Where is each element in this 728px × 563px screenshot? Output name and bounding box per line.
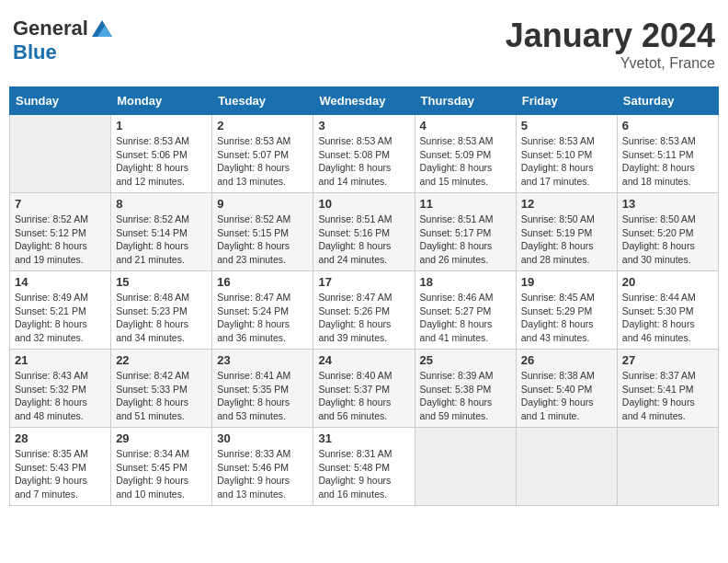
calendar-cell xyxy=(10,115,111,193)
day-info: Sunrise: 8:45 AMSunset: 5:29 PMDaylight:… xyxy=(521,291,612,345)
calendar-cell: 18Sunrise: 8:46 AMSunset: 5:27 PMDayligh… xyxy=(415,271,516,350)
weekday-header-thursday: Thursday xyxy=(415,87,516,115)
week-row-0: 1Sunrise: 8:53 AMSunset: 5:06 PMDaylight… xyxy=(10,115,719,193)
month-title: January 2024 xyxy=(506,17,715,55)
logo-icon xyxy=(90,18,114,39)
day-number: 18 xyxy=(420,275,511,289)
day-number: 10 xyxy=(318,197,409,211)
day-number: 22 xyxy=(116,353,207,367)
day-number: 13 xyxy=(622,197,713,211)
day-info: Sunrise: 8:40 AMSunset: 5:37 PMDaylight:… xyxy=(318,369,409,423)
title-block: January 2024 Yvetot, France xyxy=(506,17,715,72)
calendar-cell: 17Sunrise: 8:47 AMSunset: 5:26 PMDayligh… xyxy=(313,271,415,350)
day-info: Sunrise: 8:46 AMSunset: 5:27 PMDaylight:… xyxy=(420,291,511,345)
day-info: Sunrise: 8:41 AMSunset: 5:35 PMDaylight:… xyxy=(217,369,308,423)
calendar-cell: 22Sunrise: 8:42 AMSunset: 5:33 PMDayligh… xyxy=(111,350,212,428)
weekday-header-monday: Monday xyxy=(111,87,212,115)
day-info: Sunrise: 8:44 AMSunset: 5:30 PMDaylight:… xyxy=(622,291,713,345)
day-number: 24 xyxy=(318,353,409,367)
day-info: Sunrise: 8:51 AMSunset: 5:16 PMDaylight:… xyxy=(318,213,409,267)
weekday-header-sunday: Sunday xyxy=(10,87,111,115)
weekday-header-friday: Friday xyxy=(516,87,617,115)
day-number: 19 xyxy=(521,275,612,289)
day-info: Sunrise: 8:42 AMSunset: 5:33 PMDaylight:… xyxy=(116,369,207,423)
page-header: General Blue January 2024 Yvetot, France xyxy=(9,9,719,79)
day-info: Sunrise: 8:49 AMSunset: 5:21 PMDaylight:… xyxy=(15,291,106,345)
calendar-cell: 3Sunrise: 8:53 AMSunset: 5:08 PMDaylight… xyxy=(313,115,415,193)
weekday-header-tuesday: Tuesday xyxy=(212,87,313,115)
day-number: 8 xyxy=(116,197,207,211)
day-number: 2 xyxy=(217,119,308,132)
day-number: 1 xyxy=(116,119,207,132)
calendar-cell: 26Sunrise: 8:38 AMSunset: 5:40 PMDayligh… xyxy=(516,350,617,428)
calendar-cell: 2Sunrise: 8:53 AMSunset: 5:07 PMDaylight… xyxy=(212,115,313,193)
calendar-cell: 12Sunrise: 8:50 AMSunset: 5:19 PMDayligh… xyxy=(516,193,617,271)
day-number: 15 xyxy=(116,275,207,289)
calendar-cell: 14Sunrise: 8:49 AMSunset: 5:21 PMDayligh… xyxy=(10,271,111,350)
weekday-header-saturday: Saturday xyxy=(617,87,718,115)
calendar-cell: 30Sunrise: 8:33 AMSunset: 5:46 PMDayligh… xyxy=(212,428,313,506)
calendar-cell: 24Sunrise: 8:40 AMSunset: 5:37 PMDayligh… xyxy=(313,350,415,428)
day-number: 20 xyxy=(622,275,713,289)
calendar-cell: 21Sunrise: 8:43 AMSunset: 5:32 PMDayligh… xyxy=(10,350,111,428)
day-info: Sunrise: 8:47 AMSunset: 5:26 PMDaylight:… xyxy=(318,291,409,345)
day-info: Sunrise: 8:52 AMSunset: 5:14 PMDaylight:… xyxy=(116,213,207,267)
day-number: 16 xyxy=(217,275,308,289)
day-number: 27 xyxy=(622,353,713,367)
calendar-cell: 13Sunrise: 8:50 AMSunset: 5:20 PMDayligh… xyxy=(617,193,718,271)
calendar-cell: 6Sunrise: 8:53 AMSunset: 5:11 PMDaylight… xyxy=(617,115,718,193)
calendar-cell xyxy=(415,428,516,506)
day-info: Sunrise: 8:48 AMSunset: 5:23 PMDaylight:… xyxy=(116,291,207,345)
day-info: Sunrise: 8:53 AMSunset: 5:10 PMDaylight:… xyxy=(521,134,612,189)
day-info: Sunrise: 8:53 AMSunset: 5:11 PMDaylight:… xyxy=(622,134,713,189)
day-number: 26 xyxy=(521,353,612,367)
day-info: Sunrise: 8:52 AMSunset: 5:15 PMDaylight:… xyxy=(217,213,308,267)
calendar-cell: 8Sunrise: 8:52 AMSunset: 5:14 PMDaylight… xyxy=(111,193,212,271)
calendar-cell: 29Sunrise: 8:34 AMSunset: 5:45 PMDayligh… xyxy=(111,428,212,506)
day-number: 31 xyxy=(318,431,409,445)
day-info: Sunrise: 8:37 AMSunset: 5:41 PMDaylight:… xyxy=(622,369,713,423)
day-number: 17 xyxy=(318,275,409,289)
day-number: 3 xyxy=(318,119,409,132)
logo-general-text: General xyxy=(13,17,88,40)
calendar-cell: 23Sunrise: 8:41 AMSunset: 5:35 PMDayligh… xyxy=(212,350,313,428)
calendar-cell: 10Sunrise: 8:51 AMSunset: 5:16 PMDayligh… xyxy=(313,193,415,271)
day-number: 28 xyxy=(15,431,106,445)
day-info: Sunrise: 8:47 AMSunset: 5:24 PMDaylight:… xyxy=(217,291,308,345)
calendar-cell: 4Sunrise: 8:53 AMSunset: 5:09 PMDaylight… xyxy=(415,115,516,193)
calendar-cell: 31Sunrise: 8:31 AMSunset: 5:48 PMDayligh… xyxy=(313,428,415,506)
calendar-cell: 28Sunrise: 8:35 AMSunset: 5:43 PMDayligh… xyxy=(10,428,111,506)
day-info: Sunrise: 8:52 AMSunset: 5:12 PMDaylight:… xyxy=(15,213,106,267)
day-info: Sunrise: 8:50 AMSunset: 5:19 PMDaylight:… xyxy=(521,213,612,267)
day-info: Sunrise: 8:53 AMSunset: 5:09 PMDaylight:… xyxy=(420,134,511,189)
day-number: 4 xyxy=(420,119,511,132)
day-info: Sunrise: 8:53 AMSunset: 5:08 PMDaylight:… xyxy=(318,134,409,189)
day-number: 5 xyxy=(521,119,612,132)
day-info: Sunrise: 8:38 AMSunset: 5:40 PMDaylight:… xyxy=(521,369,612,423)
day-info: Sunrise: 8:53 AMSunset: 5:06 PMDaylight:… xyxy=(116,134,207,189)
week-row-3: 21Sunrise: 8:43 AMSunset: 5:32 PMDayligh… xyxy=(10,350,719,428)
day-number: 29 xyxy=(116,431,207,445)
day-info: Sunrise: 8:35 AMSunset: 5:43 PMDaylight:… xyxy=(15,447,106,501)
day-info: Sunrise: 8:34 AMSunset: 5:45 PMDaylight:… xyxy=(116,447,207,501)
day-number: 14 xyxy=(15,275,106,289)
calendar-table: SundayMondayTuesdayWednesdayThursdayFrid… xyxy=(9,86,719,506)
weekday-header-row: SundayMondayTuesdayWednesdayThursdayFrid… xyxy=(10,87,719,115)
calendar-cell: 25Sunrise: 8:39 AMSunset: 5:38 PMDayligh… xyxy=(415,350,516,428)
calendar-cell xyxy=(617,428,718,506)
week-row-4: 28Sunrise: 8:35 AMSunset: 5:43 PMDayligh… xyxy=(10,428,719,506)
day-number: 7 xyxy=(15,197,106,211)
logo: General Blue xyxy=(13,17,114,64)
day-number: 30 xyxy=(217,431,308,445)
day-info: Sunrise: 8:31 AMSunset: 5:48 PMDaylight:… xyxy=(318,447,409,501)
day-number: 25 xyxy=(420,353,511,367)
day-info: Sunrise: 8:53 AMSunset: 5:07 PMDaylight:… xyxy=(217,134,308,189)
week-row-2: 14Sunrise: 8:49 AMSunset: 5:21 PMDayligh… xyxy=(10,271,719,350)
day-info: Sunrise: 8:33 AMSunset: 5:46 PMDaylight:… xyxy=(217,447,308,501)
calendar-cell: 20Sunrise: 8:44 AMSunset: 5:30 PMDayligh… xyxy=(617,271,718,350)
calendar-cell: 27Sunrise: 8:37 AMSunset: 5:41 PMDayligh… xyxy=(617,350,718,428)
calendar-cell: 5Sunrise: 8:53 AMSunset: 5:10 PMDaylight… xyxy=(516,115,617,193)
calendar-cell: 11Sunrise: 8:51 AMSunset: 5:17 PMDayligh… xyxy=(415,193,516,271)
day-number: 11 xyxy=(420,197,511,211)
day-info: Sunrise: 8:51 AMSunset: 5:17 PMDaylight:… xyxy=(420,213,511,267)
